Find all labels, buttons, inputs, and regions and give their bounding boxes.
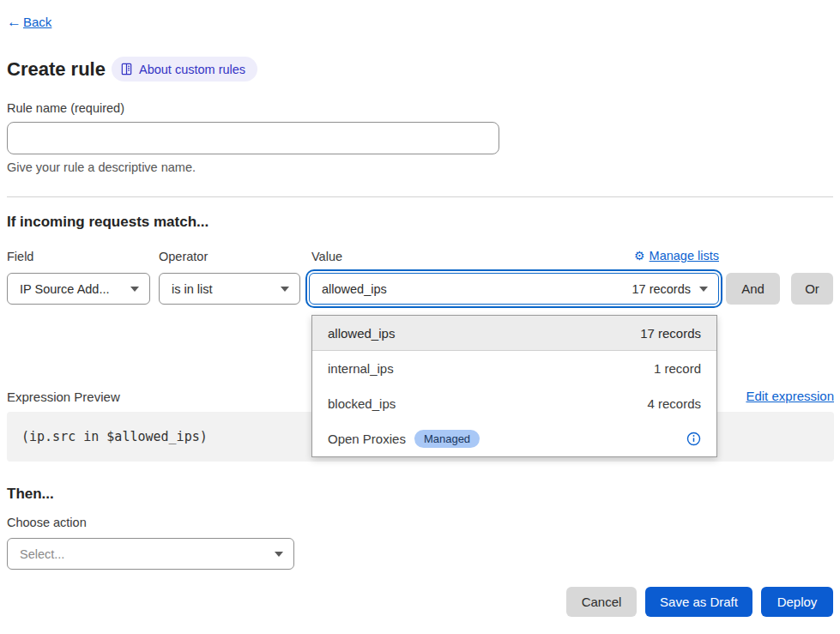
cancel-button[interactable]: Cancel — [566, 587, 637, 617]
operator-select[interactable]: is in list — [159, 273, 300, 305]
section-divider — [7, 196, 833, 197]
list-record-count: 1 record — [654, 361, 701, 376]
chevron-down-icon — [275, 552, 283, 557]
manage-lists-label[interactable]: Manage lists — [650, 249, 719, 263]
action-select-placeholder: Select... — [20, 547, 64, 561]
back-link[interactable]: Back — [23, 15, 51, 29]
about-custom-rules-badge[interactable]: About custom rules — [112, 57, 257, 82]
dropdown-item-blocked-ips[interactable]: blocked_ips 4 records — [312, 386, 716, 421]
back-navigation[interactable]: ← Back — [7, 15, 51, 29]
book-icon — [120, 63, 133, 75]
chevron-down-icon — [699, 287, 708, 292]
gear-icon: ⚙ — [634, 249, 645, 263]
value-select-meta: 17 records — [632, 282, 691, 296]
field-select-value: IP Source Add... — [20, 282, 110, 296]
back-arrow-icon: ← — [7, 15, 21, 29]
value-label: Value — [311, 250, 342, 263]
about-custom-rules-label: About custom rules — [139, 63, 245, 76]
list-name: allowed_ips — [328, 326, 395, 341]
and-button[interactable]: And — [726, 273, 780, 305]
expression-preview-label: Expression Preview — [7, 389, 120, 404]
value-dropdown-menu: allowed_ips 17 records internal_ips 1 re… — [311, 315, 717, 457]
field-select[interactable]: IP Source Add... — [7, 273, 150, 305]
then-section-heading: Then... — [7, 486, 54, 503]
chevron-down-icon — [281, 287, 289, 292]
info-icon[interactable] — [686, 432, 701, 446]
field-label: Field — [7, 250, 33, 263]
dropdown-item-open-proxies[interactable]: Open Proxies Managed — [312, 421, 716, 456]
match-section-heading: If incoming requests match... — [7, 214, 208, 231]
list-record-count: 4 records — [647, 396, 701, 411]
value-select[interactable]: allowed_ips 17 records — [309, 273, 719, 305]
rule-name-helper: Give your rule a descriptive name. — [7, 160, 196, 174]
or-button[interactable]: Or — [791, 273, 833, 305]
list-name: internal_ips — [328, 361, 394, 376]
chevron-down-icon — [130, 287, 139, 292]
manage-lists-link[interactable]: ⚙ Manage lists — [634, 249, 719, 263]
action-select[interactable]: Select... — [7, 538, 294, 570]
dropdown-item-allowed-ips[interactable]: allowed_ips 17 records — [312, 316, 716, 351]
list-name: blocked_ips — [328, 396, 396, 411]
expression-code: (ip.src in $allowed_ips) — [21, 429, 208, 444]
list-name: Open Proxies — [328, 432, 406, 446]
save-as-draft-button[interactable]: Save as Draft — [645, 587, 752, 617]
managed-badge: Managed — [414, 430, 480, 448]
operator-select-value: is in list — [172, 282, 213, 296]
edit-expression-link[interactable]: Edit expression — [746, 389, 834, 403]
rule-name-label: Rule name (required) — [7, 101, 124, 115]
list-record-count: 17 records — [640, 326, 701, 341]
dropdown-item-internal-ips[interactable]: internal_ips 1 record — [312, 351, 716, 386]
operator-label: Operator — [159, 250, 208, 263]
page-title: Create rule — [7, 58, 106, 81]
value-select-name: allowed_ips — [322, 282, 387, 296]
rule-name-input[interactable] — [7, 122, 499, 154]
deploy-button[interactable]: Deploy — [761, 587, 833, 617]
choose-action-label: Choose action — [7, 516, 87, 529]
